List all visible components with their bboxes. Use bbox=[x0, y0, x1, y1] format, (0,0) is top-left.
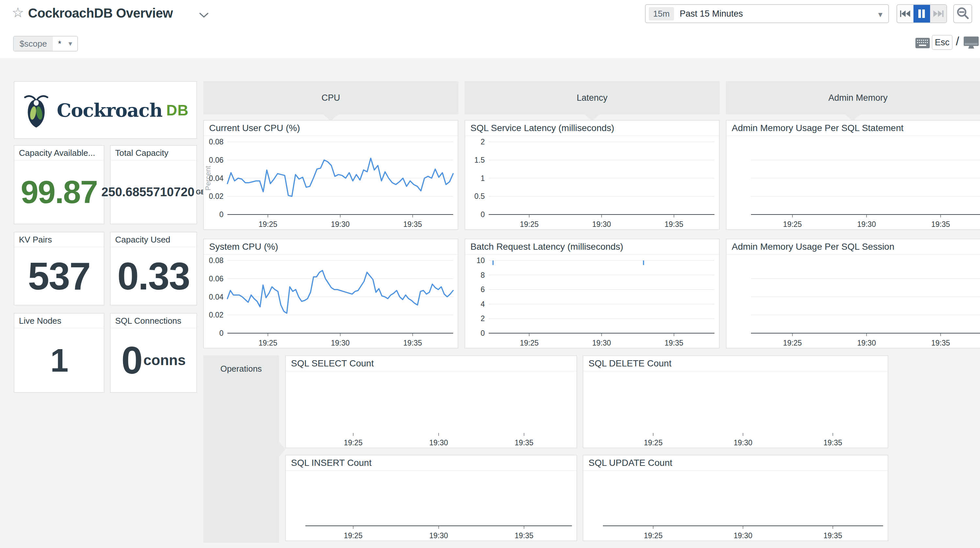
metric-total-capacity[interactable]: Total Capacity 250.6855710720 GB bbox=[110, 145, 197, 224]
svg-text:19:30: 19:30 bbox=[430, 531, 448, 540]
metric-capacity-used[interactable]: Capacity Used 0.33 bbox=[110, 232, 197, 305]
group-arrow-right bbox=[278, 442, 285, 457]
group-label: CPU bbox=[321, 93, 340, 103]
time-range-select[interactable]: 15m Past 15 Minutes ▾ bbox=[645, 4, 889, 23]
metric-title: SQL Connections bbox=[111, 314, 196, 328]
svg-text:19:25: 19:25 bbox=[520, 339, 539, 347]
sql-select-count-plot: 19:2519:3019:35 bbox=[286, 371, 576, 448]
chart-title: SQL INSERT Count bbox=[286, 456, 576, 471]
esc-key-label: Esc bbox=[935, 38, 949, 48]
svg-text:0.06: 0.06 bbox=[209, 156, 223, 164]
chart-title: SQL Service Latency (milliseconds) bbox=[465, 121, 719, 136]
group-label: Operations bbox=[203, 364, 279, 374]
svg-text:Percent: Percent bbox=[204, 166, 212, 191]
metric-value: 99.87 bbox=[21, 176, 97, 208]
svg-text:0.02: 0.02 bbox=[209, 311, 223, 319]
admin-memory-per-session-plot: 19:2519:3019:35 bbox=[727, 254, 980, 348]
metric-capacity-available[interactable]: Capacity Available... 99.87 bbox=[14, 145, 104, 224]
svg-text:0.08: 0.08 bbox=[209, 138, 223, 146]
sql-service-latency-plot: 00.511.5219:2519:3019:35 bbox=[465, 136, 719, 229]
metric-title: Capacity Available... bbox=[14, 146, 104, 160]
metric-title: Total Capacity bbox=[111, 146, 196, 160]
chart-title: System CPU (%) bbox=[204, 239, 458, 254]
chart-title: Admin Memory Usage Per SQL Session bbox=[727, 239, 980, 254]
svg-text:19:35: 19:35 bbox=[515, 438, 534, 447]
chart-system-cpu[interactable]: System CPU (%) 00.020.040.060.0819:2519:… bbox=[203, 238, 458, 348]
metric-value: 1 bbox=[50, 344, 68, 376]
metric-sql-connections[interactable]: SQL Connections 0 conns bbox=[110, 313, 197, 393]
svg-text:0.02: 0.02 bbox=[209, 192, 223, 200]
svg-text:1: 1 bbox=[480, 174, 485, 183]
svg-text:19:25: 19:25 bbox=[520, 220, 539, 229]
svg-text:0.5: 0.5 bbox=[474, 192, 485, 200]
svg-text:19:25: 19:25 bbox=[258, 220, 277, 229]
group-header-latency[interactable]: Latency bbox=[465, 81, 720, 114]
esc-key-button[interactable]: Esc bbox=[932, 35, 953, 50]
page-title: CockroachDB Overview bbox=[28, 6, 173, 21]
svg-text:19:25: 19:25 bbox=[344, 531, 363, 540]
group-label: Latency bbox=[577, 93, 608, 103]
group-label: Admin Memory bbox=[828, 93, 888, 103]
favorite-star-icon[interactable]: ☆ bbox=[12, 6, 24, 19]
time-range-badge: 15m bbox=[649, 7, 674, 21]
current-user-cpu-plot: 00.020.040.060.0819:2519:3019:35Percent bbox=[204, 136, 458, 229]
svg-text:0: 0 bbox=[219, 329, 223, 337]
svg-text:19:25: 19:25 bbox=[644, 438, 663, 447]
svg-text:19:30: 19:30 bbox=[331, 220, 350, 229]
chart-admin-memory-per-statement[interactable]: Admin Memory Usage Per SQL Statement 19:… bbox=[726, 120, 980, 230]
chart-title: SQL SELECT Count bbox=[286, 356, 576, 371]
svg-text:10: 10 bbox=[476, 256, 485, 265]
chart-sql-insert-count[interactable]: SQL INSERT Count 19:2519:3019:35 bbox=[285, 455, 577, 541]
sql-update-count-plot: 19:2519:3019:35 bbox=[583, 471, 888, 541]
svg-text:0: 0 bbox=[480, 329, 485, 337]
group-header-admin-memory[interactable]: Admin Memory bbox=[726, 81, 980, 114]
chart-sql-select-count[interactable]: SQL SELECT Count 19:2519:3019:35 bbox=[285, 355, 577, 448]
scope-value-dropdown[interactable]: * ▾ bbox=[53, 37, 77, 51]
system-cpu-plot: 00.020.040.060.0819:2519:3019:35 bbox=[204, 254, 458, 348]
svg-text:19:35: 19:35 bbox=[665, 339, 684, 347]
chart-sql-service-latency[interactable]: SQL Service Latency (milliseconds) 00.51… bbox=[465, 120, 720, 230]
svg-text:19:35: 19:35 bbox=[931, 220, 950, 229]
svg-text:0.08: 0.08 bbox=[209, 256, 223, 265]
svg-text:2: 2 bbox=[480, 314, 485, 323]
chart-sql-delete-count[interactable]: SQL DELETE Count 19:2519:3019:35 bbox=[583, 355, 888, 448]
fast-forward-button[interactable] bbox=[930, 5, 947, 22]
pause-button[interactable] bbox=[913, 5, 930, 22]
chart-batch-request-latency[interactable]: Batch Request Latency (milliseconds) 024… bbox=[465, 238, 720, 348]
scope-caret-icon: ▾ bbox=[68, 40, 72, 48]
keyboard-shortcuts-icon[interactable] bbox=[915, 38, 930, 49]
chart-admin-memory-per-session[interactable]: Admin Memory Usage Per SQL Session 19:25… bbox=[726, 238, 980, 348]
svg-text:0: 0 bbox=[480, 210, 485, 219]
svg-text:19:30: 19:30 bbox=[331, 339, 350, 347]
scope-value: * bbox=[58, 39, 61, 49]
chart-sql-update-count[interactable]: SQL UPDATE Count 19:2519:3019:35 bbox=[583, 455, 888, 541]
title-chevron-down-icon[interactable] bbox=[198, 12, 210, 20]
metric-kv-pairs[interactable]: KV Pairs 537 bbox=[14, 232, 104, 305]
chart-title: Batch Request Latency (milliseconds) bbox=[465, 239, 719, 254]
chart-title: Admin Memory Usage Per SQL Statement bbox=[727, 121, 980, 136]
svg-text:19:30: 19:30 bbox=[857, 220, 876, 229]
fullscreen-monitor-icon[interactable] bbox=[964, 37, 979, 51]
timeline-controls bbox=[896, 4, 947, 23]
scope-template-variable[interactable]: $scope * ▾ bbox=[13, 36, 78, 51]
fast-forward-icon bbox=[933, 10, 944, 18]
svg-text:19:30: 19:30 bbox=[592, 220, 611, 229]
chart-title: Current User CPU (%) bbox=[204, 121, 458, 136]
svg-text:19:30: 19:30 bbox=[592, 339, 611, 347]
rewind-button[interactable] bbox=[897, 5, 913, 22]
chart-title: SQL UPDATE Count bbox=[583, 456, 888, 471]
chart-current-user-cpu[interactable]: Current User CPU (%) 00.020.040.060.0819… bbox=[203, 120, 458, 230]
metric-live-nodes[interactable]: Live Nodes 1 bbox=[14, 313, 104, 393]
group-header-cpu[interactable]: CPU bbox=[203, 81, 458, 114]
zoom-out-icon bbox=[956, 6, 970, 21]
svg-text:0.04: 0.04 bbox=[209, 293, 223, 301]
metric-title: KV Pairs bbox=[14, 232, 104, 247]
batch-request-latency-plot: 024681019:2519:3019:35 bbox=[465, 254, 719, 348]
metric-unit: conns bbox=[143, 353, 186, 367]
svg-text:19:35: 19:35 bbox=[823, 531, 842, 540]
cockroachdb-logo-icon bbox=[22, 91, 50, 129]
svg-text:19:30: 19:30 bbox=[430, 438, 448, 447]
zoom-out-button[interactable] bbox=[953, 4, 972, 23]
group-header-operations[interactable]: Operations bbox=[203, 355, 279, 543]
svg-text:4: 4 bbox=[480, 300, 485, 308]
